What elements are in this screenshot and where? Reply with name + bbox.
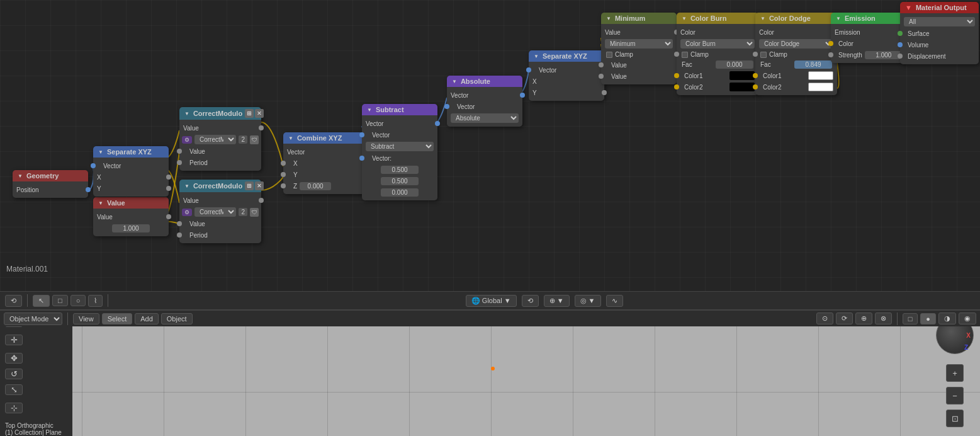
node-collapse-arrow[interactable]: ▼ xyxy=(18,173,23,179)
node-correct-mod-1-copy-btn[interactable]: ⊞ xyxy=(245,109,254,118)
socket-absolute-vector-in[interactable] xyxy=(444,104,449,109)
toolbar-select-lasso[interactable]: ⌇ xyxy=(88,295,103,307)
combine-xyz-z-input[interactable] xyxy=(300,182,331,190)
socket-position-out[interactable] xyxy=(86,187,91,192)
toolbar-select-circle[interactable]: ○ xyxy=(70,295,86,306)
minimum-clamp-checkbox[interactable] xyxy=(606,52,612,58)
node-value[interactable]: ▼ Value Value xyxy=(93,197,169,236)
vp-gizmo-btn[interactable]: ⟳ xyxy=(836,313,853,324)
socket-cmod1-value-out[interactable] xyxy=(259,125,264,130)
vp-tool-scale[interactable]: ⤡ xyxy=(5,384,23,395)
socket-cmod1-period-in[interactable] xyxy=(177,160,182,165)
subtract-val3-input[interactable] xyxy=(381,188,419,197)
socket-material-surface-in[interactable] xyxy=(898,31,903,36)
vp-rendered-btn[interactable]: ◉ xyxy=(959,313,976,324)
vp-zoom-in-btn[interactable]: + xyxy=(946,364,964,382)
toolbar-select-box[interactable]: □ xyxy=(52,295,68,306)
vp-material-preview-btn[interactable]: ◑ xyxy=(938,313,956,324)
socket-color-burn-color2-in[interactable] xyxy=(674,84,679,89)
node-color-dodge[interactable]: ▼ Color Dodge Color Color Dodge Clamp Fa… xyxy=(755,13,837,95)
socket-absolute-vector-out[interactable] xyxy=(520,93,525,98)
subtract-val2-input[interactable] xyxy=(381,177,419,185)
viewport[interactable]: ↖ ✛ ✥ ↺ ⤡ ⊹ Top Orthographic (1) Collect… xyxy=(0,310,980,436)
vp-wireframe-btn[interactable]: □ xyxy=(903,313,918,324)
node-subtract[interactable]: ▼ Subtract Vector Vector Subtract Vector… xyxy=(362,104,437,200)
subtract-dropdown[interactable]: Subtract xyxy=(366,142,434,151)
vp-view-btn[interactable]: View xyxy=(73,313,99,324)
toolbar-falloff-btn[interactable]: ∿ xyxy=(606,295,623,307)
socket-color-dodge-fac-in[interactable] xyxy=(753,52,758,57)
node-geometry[interactable]: ▼ Geometry Position xyxy=(13,170,88,198)
socket-minimum-value-in[interactable] xyxy=(599,62,604,67)
node-correct-mod-1-close-btn[interactable]: ✕ xyxy=(255,109,264,118)
color-burn-fac-input[interactable] xyxy=(716,60,753,69)
socket-sep1-x-out[interactable] xyxy=(166,175,171,180)
socket-minimum-value2-in[interactable] xyxy=(599,74,604,79)
minimum-dropdown[interactable]: Minimum xyxy=(605,39,673,49)
correct-mod-1-dropdown[interactable]: CorrectMod... xyxy=(194,135,236,144)
color-burn-color2-swatch[interactable] xyxy=(729,83,755,91)
socket-color-burn-color1-in[interactable] xyxy=(674,73,679,78)
node-sep-xyz-2[interactable]: ▼ Separate XYZ Vector X Y xyxy=(529,50,604,101)
color-burn-clamp-checkbox[interactable] xyxy=(682,52,688,58)
socket-subtract-vector2-in[interactable] xyxy=(359,156,364,161)
color-dodge-color2-swatch[interactable] xyxy=(808,83,833,91)
absolute-dropdown[interactable]: Absolute xyxy=(451,113,519,123)
vp-proportional-btn[interactable]: ⊗ xyxy=(875,313,892,324)
color-dodge-fac-input[interactable] xyxy=(794,60,832,69)
color-burn-color1-swatch[interactable] xyxy=(729,71,755,80)
socket-combine-x-in[interactable] xyxy=(281,161,286,166)
correct-mod-2-shield-btn[interactable]: 🛡 xyxy=(250,208,259,217)
socket-value-out[interactable] xyxy=(166,214,171,219)
socket-material-displacement-in[interactable] xyxy=(898,54,903,59)
node-value-input[interactable] xyxy=(112,224,150,232)
correct-mod-1-icon[interactable]: ⚙ xyxy=(182,136,192,144)
vp-tool-cursor[interactable]: ✛ xyxy=(5,335,23,345)
node-correct-mod-2-close-btn[interactable]: ✕ xyxy=(255,181,264,190)
node-minimum[interactable]: ▼ Minimum Value Minimum Clamp Value xyxy=(601,13,677,84)
toolbar-transform-btn[interactable]: ⟲ xyxy=(522,295,539,307)
color-burn-dropdown[interactable]: Color Burn xyxy=(680,39,755,49)
node-emission[interactable]: ▼ Emission Emission Color Strength xyxy=(831,13,906,63)
toolbar-snap-btn[interactable]: ⊕ ▼ xyxy=(544,295,570,307)
socket-cmod1-value-in[interactable] xyxy=(177,149,182,154)
correct-mod-1-shield-btn[interactable]: 🛡 xyxy=(250,135,259,144)
vp-zoom-out-btn[interactable]: − xyxy=(946,387,964,404)
socket-cmod2-value-out[interactable] xyxy=(259,198,264,203)
toolbar-select-cursor[interactable]: ↖ xyxy=(33,295,50,307)
socket-cmod2-value-in[interactable] xyxy=(177,221,182,226)
node-correct-mod-2[interactable]: ▼ CorrectModulo ⊞ ✕ Value ⚙ CorrectMod..… xyxy=(179,180,261,243)
vp-snap-btn[interactable]: ⊕ xyxy=(855,313,872,324)
socket-subtract-vector-out[interactable] xyxy=(435,121,440,126)
color-dodge-color1-swatch[interactable] xyxy=(808,71,833,80)
socket-cmod2-period-in[interactable] xyxy=(177,232,182,238)
vp-tool-rotate[interactable]: ↺ xyxy=(5,369,23,379)
socket-subtract-vector-in[interactable] xyxy=(359,132,364,137)
socket-color-dodge-color2-in[interactable] xyxy=(753,84,758,89)
vp-solid-btn[interactable]: ● xyxy=(920,313,936,324)
color-dodge-dropdown[interactable]: Color Dodge xyxy=(759,39,833,49)
socket-combine-z-in[interactable] xyxy=(281,183,286,188)
socket-sep1-y-out[interactable] xyxy=(166,186,171,191)
socket-sep2-y-out[interactable] xyxy=(602,90,607,95)
vp-overlay-btn[interactable]: ⊙ xyxy=(816,313,833,324)
vp-add-btn[interactable]: Add xyxy=(135,313,159,324)
socket-color-burn-fac-in[interactable] xyxy=(674,52,679,57)
toolbar-icon-btn[interactable]: ⟲ xyxy=(5,295,22,307)
socket-emission-strength-in[interactable] xyxy=(828,52,833,57)
node-combine-xyz[interactable]: ▼ Combine XYZ Vector X Y Z xyxy=(283,132,365,194)
node-sep-xyz-1[interactable]: ▼ Separate XYZ Vector X Y xyxy=(93,146,169,197)
vp-object-btn[interactable]: Object xyxy=(161,313,193,324)
toolbar-global-btn[interactable]: 🌐 Global ▼ xyxy=(466,295,517,307)
material-output-dropdown[interactable]: All xyxy=(904,17,975,26)
socket-color-dodge-color1-in[interactable] xyxy=(753,73,758,78)
socket-combine-y-in[interactable] xyxy=(281,172,286,177)
node-material-output[interactable]: ▼ Material Output All Surface Volume Dis… xyxy=(900,2,979,64)
correct-mod-2-dropdown[interactable]: CorrectMod... xyxy=(194,207,236,217)
vp-tool-move[interactable]: ✥ xyxy=(5,353,23,364)
node-color-burn[interactable]: ▼ Color Burn Color Color Burn Clamp Fac xyxy=(677,13,758,95)
socket-sep2-vector-in[interactable] xyxy=(526,67,531,72)
socket-sep1-vector-in[interactable] xyxy=(91,163,96,168)
color-dodge-clamp-checkbox[interactable] xyxy=(760,52,767,58)
node-editor[interactable]: ▼ Geometry Position ▼ Value Value xyxy=(0,0,980,291)
